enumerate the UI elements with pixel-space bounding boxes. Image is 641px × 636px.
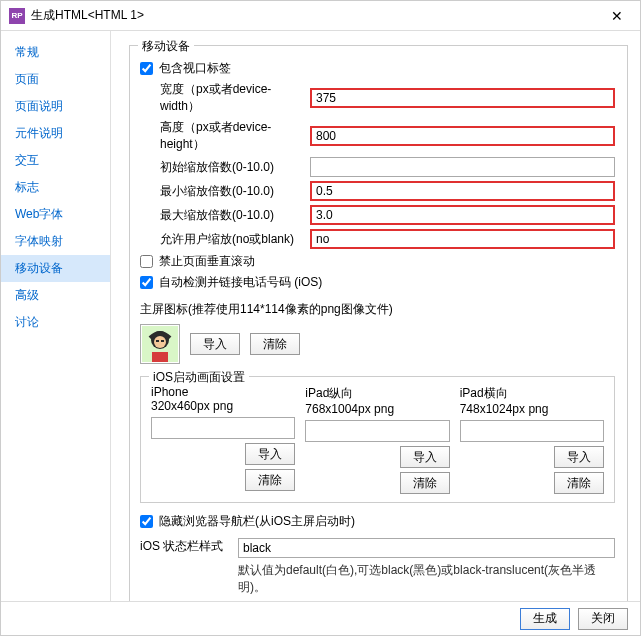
sidebar-item-7[interactable]: 字体映射 [1, 228, 110, 255]
field-label-max_scale: 最大缩放倍数(0-10.0) [140, 207, 310, 224]
close-icon[interactable]: ✕ [602, 8, 632, 24]
field-label-user_scalable: 允许用户缩放(no或blank) [140, 231, 310, 248]
field-row-initial_scale: 初始缩放倍数(0-10.0) [140, 157, 615, 177]
splash-col-2: iPad横向748x1024px png导入清除 [460, 385, 604, 494]
sidebar-item-8[interactable]: 移动设备 [1, 255, 110, 282]
ios-statusbar-input[interactable] [238, 538, 615, 558]
field-label-min_scale: 最小缩放倍数(0-10.0) [140, 183, 310, 200]
splash-size-1: 768x1004px png [305, 402, 449, 416]
field-row-user_scalable: 允许用户缩放(no或blank) [140, 229, 615, 249]
splash-col-0: iPhone320x460px png导入清除 [151, 385, 295, 494]
disable-vscroll-row: 禁止页面垂直滚动 [140, 253, 615, 270]
auto-detect-phone-label: 自动检测并链接电话号码 (iOS) [159, 274, 322, 291]
hide-navbar-row: 隐藏浏览器导航栏(从iOS主屏启动时) [140, 513, 615, 530]
svg-rect-4 [161, 340, 164, 342]
splash-clear-2[interactable]: 清除 [554, 472, 604, 494]
field-label-width: 宽度（px或者device-width） [140, 81, 310, 115]
hide-navbar-label: 隐藏浏览器导航栏(从iOS主屏启动时) [159, 513, 355, 530]
window-title: 生成HTML<HTML 1> [31, 7, 602, 24]
splash-import-1[interactable]: 导入 [400, 446, 450, 468]
footer: 生成 关闭 [1, 601, 640, 635]
sidebar-item-0[interactable]: 常规 [1, 39, 110, 66]
sidebar-item-5[interactable]: 标志 [1, 174, 110, 201]
splash-import-0[interactable]: 导入 [245, 443, 295, 465]
field-input-width[interactable] [310, 88, 615, 108]
field-input-max_scale[interactable] [310, 205, 615, 225]
splash-import-2[interactable]: 导入 [554, 446, 604, 468]
splash-groupbox: iOS启动画面设置 iPhone320x460px png导入清除iPad纵向7… [140, 376, 615, 503]
auto-detect-phone-checkbox[interactable] [140, 276, 153, 289]
sidebar-item-6[interactable]: Web字体 [1, 201, 110, 228]
field-row-max_scale: 最大缩放倍数(0-10.0) [140, 205, 615, 225]
sidebar-item-2[interactable]: 页面说明 [1, 93, 110, 120]
hide-navbar-checkbox[interactable] [140, 515, 153, 528]
field-input-user_scalable[interactable] [310, 229, 615, 249]
mobile-groupbox: 移动设备 包含视口标签 宽度（px或者device-width）高度（px或者d… [129, 45, 628, 601]
include-viewport-label: 包含视口标签 [159, 60, 231, 77]
splash-device-2: iPad横向 [460, 385, 604, 402]
splash-device-0: iPhone [151, 385, 295, 399]
include-viewport-checkbox[interactable] [140, 62, 153, 75]
auto-detect-phone-row: 自动检测并链接电话号码 (iOS) [140, 274, 615, 291]
sidebar: 常规页面页面说明元件说明交互标志Web字体字体映射移动设备高级讨论 [1, 31, 111, 601]
field-row-width: 宽度（px或者device-width） [140, 81, 615, 115]
splash-col-1: iPad纵向768x1004px png导入清除 [305, 385, 449, 494]
sidebar-item-4[interactable]: 交互 [1, 147, 110, 174]
field-row-min_scale: 最小缩放倍数(0-10.0) [140, 181, 615, 201]
home-icon-label: 主屏图标(推荐使用114*114像素的png图像文件) [140, 301, 615, 318]
sidebar-item-3[interactable]: 元件说明 [1, 120, 110, 147]
svg-rect-3 [156, 340, 159, 342]
ios-statusbar-row: iOS 状态栏样式 默认值为default(白色),可选black(黑色)或bl… [140, 538, 615, 596]
home-icon-row: 导入 清除 [140, 324, 615, 364]
splash-preview-1 [305, 420, 449, 442]
splash-clear-0[interactable]: 清除 [245, 469, 295, 491]
field-row-height: 高度（px或者device-height） [140, 119, 615, 153]
splash-size-2: 748x1024px png [460, 402, 604, 416]
app-icon: RP [9, 8, 25, 24]
splash-preview-0 [151, 417, 295, 439]
disable-vscroll-label: 禁止页面垂直滚动 [159, 253, 255, 270]
splash-device-1: iPad纵向 [305, 385, 449, 402]
sidebar-item-10[interactable]: 讨论 [1, 309, 110, 336]
mobile-group-title: 移动设备 [138, 38, 194, 55]
splash-preview-2 [460, 420, 604, 442]
field-input-min_scale[interactable] [310, 181, 615, 201]
home-icon-preview [140, 324, 180, 364]
generate-button[interactable]: 生成 [520, 608, 570, 630]
home-icon-import-button[interactable]: 导入 [190, 333, 240, 355]
ios-statusbar-hint: 默认值为default(白色),可选black(黑色)或black-transl… [238, 562, 615, 596]
field-input-initial_scale[interactable] [310, 157, 615, 177]
disable-vscroll-checkbox[interactable] [140, 255, 153, 268]
field-label-height: 高度（px或者device-height） [140, 119, 310, 153]
splash-group-title: iOS启动画面设置 [149, 369, 249, 386]
home-icon-clear-button[interactable]: 清除 [250, 333, 300, 355]
titlebar: RP 生成HTML<HTML 1> ✕ [1, 1, 640, 31]
field-label-initial_scale: 初始缩放倍数(0-10.0) [140, 159, 310, 176]
sidebar-item-9[interactable]: 高级 [1, 282, 110, 309]
include-viewport-row: 包含视口标签 [140, 60, 615, 77]
close-button[interactable]: 关闭 [578, 608, 628, 630]
svg-point-2 [154, 336, 166, 348]
sidebar-item-1[interactable]: 页面 [1, 66, 110, 93]
splash-clear-1[interactable]: 清除 [400, 472, 450, 494]
svg-rect-5 [152, 352, 168, 362]
field-input-height[interactable] [310, 126, 615, 146]
main-panel: 移动设备 包含视口标签 宽度（px或者device-width）高度（px或者d… [111, 31, 640, 601]
ios-statusbar-label: iOS 状态栏样式 [140, 538, 230, 555]
splash-size-0: 320x460px png [151, 399, 295, 413]
